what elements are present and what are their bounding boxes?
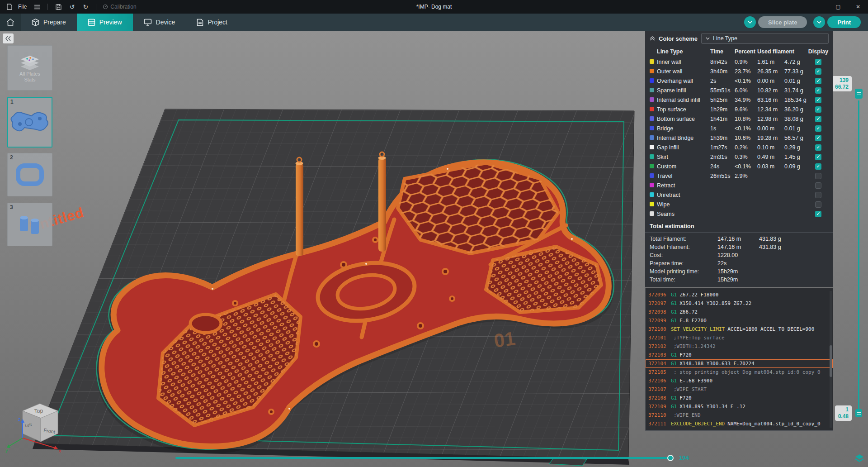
slice-plate-button[interactable]: Slice plate — [758, 16, 807, 28]
line-type-label: Outer wall — [657, 68, 710, 75]
layer-top-height: 66.72 — [835, 84, 849, 91]
total-label: Model Filament: — [650, 244, 717, 250]
navigation-cube[interactable]: Top Left Front x y z — [5, 395, 72, 458]
layers-view-button[interactable] — [854, 453, 864, 465]
plate-2-preview — [8, 159, 52, 191]
tab-preview[interactable]: Preview — [77, 14, 133, 31]
line-length: 1.61 m — [757, 59, 784, 65]
gcode-line[interactable]: 372111 EXCLUDE_OBJECT_END NAME=Dog_mat00… — [646, 419, 833, 428]
layer-slider-track[interactable] — [858, 100, 859, 412]
gcode-line[interactable]: 372110 ;WIPE_END — [646, 411, 833, 419]
line-length: 12.34 m — [757, 106, 784, 113]
collapse-panel-icon[interactable] — [650, 36, 655, 41]
plate-2-thumbnail[interactable]: 2 — [7, 153, 52, 196]
line-type-label: Retract — [657, 182, 710, 189]
gcode-command: G1 — [671, 359, 677, 368]
gcode-line[interactable]: 372108 G1 F720 — [646, 394, 833, 402]
gcode-args: X148.188 Y300.633 E.70224 — [679, 359, 755, 368]
display-checkbox[interactable] — [815, 154, 821, 160]
display-checkbox[interactable] — [815, 116, 821, 122]
maximize-button[interactable]: ▢ — [828, 0, 848, 14]
hex-infill-region — [398, 163, 558, 253]
line-time: 55m51s — [710, 87, 735, 94]
move-slider-track[interactable] — [175, 457, 673, 459]
total-label: Model printing time: — [650, 268, 717, 275]
display-checkbox[interactable] — [815, 173, 821, 179]
gcode-args: Z66.72 — [679, 308, 698, 316]
line-percent: 9.6% — [735, 106, 757, 113]
display-checkbox[interactable] — [815, 59, 821, 65]
minimize-button[interactable]: — — [808, 0, 828, 14]
display-checkbox[interactable] — [815, 182, 821, 189]
display-checkbox[interactable] — [815, 144, 821, 151]
display-checkbox[interactable] — [815, 87, 821, 94]
display-checkbox[interactable] — [815, 211, 821, 217]
display-checkbox[interactable] — [815, 125, 821, 132]
plate-3-thumbnail[interactable]: 3 — [7, 203, 52, 246]
color-scheme-dropdown[interactable]: Line Type — [701, 33, 829, 44]
line-color-swatch — [650, 202, 654, 206]
gcode-args: ;WIPE_END — [674, 411, 701, 419]
plate-1-thumbnail[interactable]: 1 — [7, 97, 52, 148]
gcode-line-number: 372102 — [648, 342, 671, 351]
main-tabbar: Prepare Preview Device Project — [0, 14, 868, 31]
gcode-line[interactable]: 372106 G1 E-.68 F3900 — [646, 376, 833, 385]
gcode-line[interactable]: 372104 G1 X148.188 Y300.633 E.70224 — [646, 359, 833, 368]
total-value-1: 15h29m — [717, 276, 759, 283]
layers-icon — [854, 453, 864, 463]
move-slider-handle[interactable] — [667, 455, 674, 461]
calibration-button[interactable]: Calibration — [103, 4, 136, 10]
line-type-row: Outer wall 3h40m 23.7% 26.35 m 77.33 g — [645, 67, 833, 76]
gcode-command: G1 — [671, 394, 677, 402]
file-icon[interactable] — [4, 0, 15, 14]
gcode-scrollbar[interactable] — [830, 291, 832, 428]
line-type-label: Top surface — [657, 106, 710, 113]
gcode-line[interactable]: 372105 ; stop printing object Dog mat004… — [646, 368, 833, 376]
print-button[interactable]: Print — [827, 16, 861, 28]
undo-icon[interactable]: ↺ — [66, 0, 78, 14]
close-button[interactable]: ✕ — [848, 0, 868, 14]
total-value-1: 1228.00 — [717, 252, 759, 258]
display-checkbox[interactable] — [815, 78, 821, 84]
layer-slider-handle-top[interactable] — [855, 89, 863, 99]
gcode-line[interactable]: 372101 ;TYPE:Top surface — [646, 334, 833, 342]
layer-slider-handle-bottom[interactable] — [855, 409, 862, 417]
line-color-swatch — [650, 211, 654, 216]
gcode-line[interactable]: 372107 ;WIPE_START — [646, 385, 833, 394]
gcode-line-number: 372108 — [648, 394, 671, 402]
gcode-line[interactable]: 372097 G1 X150.414 Y302.859 Z67.22 — [646, 299, 833, 308]
redo-icon[interactable]: ↻ — [80, 0, 91, 14]
tab-project[interactable]: Project — [186, 14, 238, 31]
display-checkbox[interactable] — [815, 135, 821, 141]
menu-icon[interactable] — [31, 0, 43, 14]
line-time: 24s — [710, 163, 735, 170]
display-checkbox[interactable] — [815, 97, 821, 103]
display-checkbox[interactable] — [815, 201, 821, 208]
slice-dropdown-button[interactable] — [744, 16, 756, 28]
display-checkbox[interactable] — [815, 163, 821, 170]
file-menu[interactable]: File — [18, 4, 27, 10]
display-checkbox[interactable] — [815, 106, 821, 113]
save-icon[interactable] — [52, 0, 64, 14]
collapse-toolbar-button[interactable] — [3, 33, 14, 43]
gcode-line-number: 372099 — [648, 316, 671, 325]
print-dropdown-button[interactable] — [813, 16, 825, 28]
total-value-2: 431.83 g — [759, 244, 781, 250]
gcode-line[interactable]: 372099 G1 E.8 F2700 — [646, 316, 833, 325]
move-slider[interactable]: 194 — [175, 454, 673, 462]
total-value-1: 147.16 m — [717, 244, 759, 250]
gcode-line[interactable]: 372103 G1 F720 — [646, 351, 833, 359]
display-checkbox[interactable] — [815, 68, 821, 75]
gcode-line[interactable]: 372102 ;WIDTH:1.24342 — [646, 342, 833, 351]
gcode-line[interactable]: 372098 G1 Z66.72 — [646, 308, 833, 316]
all-plates-thumbnail[interactable]: All Plates Stats — [7, 45, 52, 91]
tab-prepare[interactable]: Prepare — [21, 14, 77, 31]
home-button[interactable] — [0, 14, 21, 31]
gcode-line[interactable]: 372096 G1 Z67.22 F18000 — [646, 291, 833, 299]
line-length: 0.10 m — [757, 144, 784, 151]
tab-device[interactable]: Device — [133, 14, 186, 31]
gcode-line[interactable]: 372109 G1 X148.895 Y301.34 E-.12 — [646, 402, 833, 411]
line-type-row: Custom 24s <0.1% 0.03 m 0.09 g — [645, 162, 833, 171]
gcode-line[interactable]: 372100 SET_VELOCITY_LIMIT ACCEL=1800 ACC… — [646, 325, 833, 334]
display-checkbox[interactable] — [815, 192, 821, 198]
